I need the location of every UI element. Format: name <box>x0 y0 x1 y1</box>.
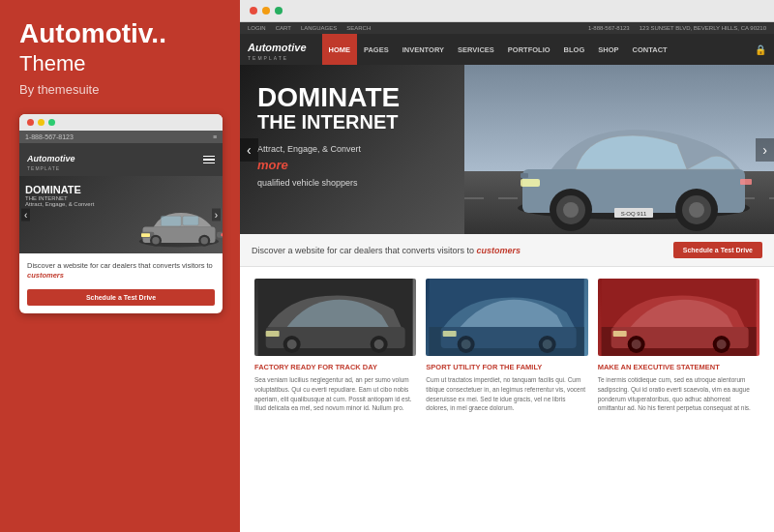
svg-rect-10 <box>141 233 150 237</box>
mobile-customers-text: customers <box>27 271 64 280</box>
app-by-text: By themesuite <box>19 82 221 97</box>
mobile-discover-body: Discover a website for car dealers that … <box>27 261 213 270</box>
mobile-hamburger-icon[interactable] <box>203 156 215 164</box>
browser-chrome <box>240 0 774 22</box>
browser-dot-yellow[interactable] <box>262 7 270 15</box>
app-subtitle-text: Theme <box>19 51 221 76</box>
nav-pages[interactable]: PAGES <box>357 34 396 65</box>
mobile-arrow-right[interactable]: › <box>212 208 221 221</box>
hero-car-svg: S·OQ 911 <box>464 65 774 234</box>
nav-items: HOME PAGES INVENTORY SERVICES PORTFOLIO … <box>322 34 674 65</box>
card-2: SPORT UTILITY FOR THE FAMILY Cum ut trac… <box>421 279 592 413</box>
cards-section: FACTORY READY FOR TRACK DAY Sea veniam l… <box>240 267 774 421</box>
svg-point-5 <box>152 237 160 245</box>
svg-point-31 <box>287 340 297 349</box>
nav-inventory[interactable]: INVENTORY <box>396 34 451 65</box>
card-1-text: Sea veniam lucilius neglegentur ad, an p… <box>254 375 416 413</box>
topbar-login[interactable]: LOGIN <box>248 25 266 31</box>
mobile-hero-text: DOMINATE THE INTERNET Attract, Engage, &… <box>25 184 94 207</box>
svg-rect-11 <box>222 233 223 236</box>
nav-home[interactable]: HOME <box>322 34 358 65</box>
topbar-cart[interactable]: CART <box>276 25 291 31</box>
svg-rect-23 <box>521 179 540 187</box>
svg-rect-9 <box>183 216 199 225</box>
mobile-discover-text: Discover a website for car dealers that … <box>19 253 223 285</box>
svg-point-39 <box>461 340 471 349</box>
discover-customers: customers <box>477 246 521 255</box>
mobile-logo-bar: Automotive TEMPLATE <box>19 143 223 176</box>
hero-internet: THE INTERNET <box>257 111 400 133</box>
left-panel: Automotiv.. Theme By themesuite 1-888-56… <box>0 0 240 532</box>
discover-cta-button[interactable]: Schedule a Test Drive <box>673 242 762 258</box>
app-title-text: Automotiv.. <box>19 19 221 49</box>
topbar-search[interactable]: SEARCH <box>346 25 371 31</box>
svg-point-41 <box>543 340 552 349</box>
mobile-preview: 1-888-567-8123 ≡ Automotive TEMPLATE DOM… <box>19 114 223 313</box>
nav-contact[interactable]: CONTACT <box>626 34 674 65</box>
hero-dominate: DOMINATE <box>257 84 400 111</box>
site-nav: Automotive TEMPLATE HOME PAGES INVENTORY… <box>240 34 774 65</box>
mobile-dot-red <box>27 119 34 126</box>
svg-rect-42 <box>443 331 457 337</box>
card-2-car-svg <box>426 279 587 356</box>
card-3-text: Te inermis cotidieque cum, sed ea utroqu… <box>598 375 759 413</box>
nav-blog[interactable]: BLOG <box>557 34 592 65</box>
card-2-title: SPORT UTILITY FOR THE FAMILY <box>426 363 587 371</box>
mobile-hero-sub: Attract, Engage, & Convert <box>25 201 94 207</box>
mobile-logo-text: Automotive <box>27 154 75 163</box>
mobile-cta-button[interactable]: Schedule a Test Drive <box>27 289 215 306</box>
hero-arrow-left[interactable]: ‹ <box>240 138 258 162</box>
svg-point-48 <box>631 340 640 349</box>
right-panel: LOGIN CART LANGUAGES SEARCH 1-888-567-81… <box>240 0 774 532</box>
svg-point-7 <box>201 237 209 245</box>
card-1-image <box>254 279 416 356</box>
card-3-title: MAKE AN EXECUTIVE STATEMENT <box>598 363 759 371</box>
browser-dot-red[interactable] <box>250 7 257 15</box>
hero-desc-line1: Attract, Engage, & Convert <box>257 144 361 154</box>
hero-desc-line2: qualified vehicle shoppers <box>257 178 358 188</box>
topbar-left: LOGIN CART LANGUAGES SEARCH <box>248 25 371 31</box>
mobile-phone-number: 1-888-567-8123 <box>25 133 74 140</box>
mobile-browser-bar: 1-888-567-8123 ≡ <box>19 131 223 143</box>
card-3-car-svg <box>598 279 759 356</box>
svg-text:S·OQ 911: S·OQ 911 <box>621 211 647 217</box>
svg-rect-43 <box>430 279 584 327</box>
topbar-languages[interactable]: LANGUAGES <box>301 25 337 31</box>
card-1-title: FACTORY READY FOR TRACK DAY <box>254 363 416 371</box>
mobile-hero-dominate: DOMINATE <box>25 184 94 195</box>
topbar-right: 1-888-567-8123 123 SUNSET BLVD, BEVERLY … <box>588 25 766 31</box>
nav-shop[interactable]: SHOP <box>591 34 625 65</box>
nav-portfolio[interactable]: PORTFOLIO <box>501 34 557 65</box>
mobile-dot-green <box>48 119 55 126</box>
site-logo: Automotive TEMPLATE <box>248 38 307 61</box>
svg-rect-34 <box>266 331 280 337</box>
mobile-logo-sub: TEMPLATE <box>27 165 75 171</box>
browser-dot-green[interactable] <box>275 7 283 15</box>
card-2-text: Cum ut tractatos imperdiet, no tanquam f… <box>426 375 587 413</box>
nav-services[interactable]: SERVICES <box>451 34 501 65</box>
nav-lock-icon: 🔒 <box>755 44 766 55</box>
card-2-image <box>426 279 587 356</box>
mobile-dot-yellow <box>38 119 45 126</box>
mobile-arrow-left[interactable]: ‹ <box>21 208 30 221</box>
svg-rect-51 <box>612 331 626 337</box>
hero-more: more <box>257 158 288 172</box>
svg-rect-52 <box>601 279 756 327</box>
discover-bar: Discover a website for car dealers that … <box>240 234 774 267</box>
site-logo-text: Automotive <box>248 42 307 53</box>
topbar-phone: 1-888-567-8123 <box>588 25 630 31</box>
mobile-menu-icon: ≡ <box>213 133 217 140</box>
app-title: Automotiv.. Theme By themesuite <box>19 19 221 97</box>
mobile-window-dots <box>19 114 223 131</box>
card-3-image <box>598 279 759 356</box>
svg-rect-27 <box>521 173 528 178</box>
card-3: MAKE AN EXECUTIVE STATEMENT Te inermis c… <box>593 279 764 413</box>
svg-rect-8 <box>161 216 181 226</box>
svg-point-22 <box>689 202 704 218</box>
svg-point-33 <box>374 340 384 349</box>
svg-point-50 <box>716 340 726 349</box>
svg-point-19 <box>563 202 579 218</box>
discover-text: Discover a website for car dealers that … <box>252 246 521 255</box>
discover-body: Discover a website for car dealers that … <box>252 246 474 255</box>
hero-arrow-right[interactable]: › <box>756 138 774 162</box>
